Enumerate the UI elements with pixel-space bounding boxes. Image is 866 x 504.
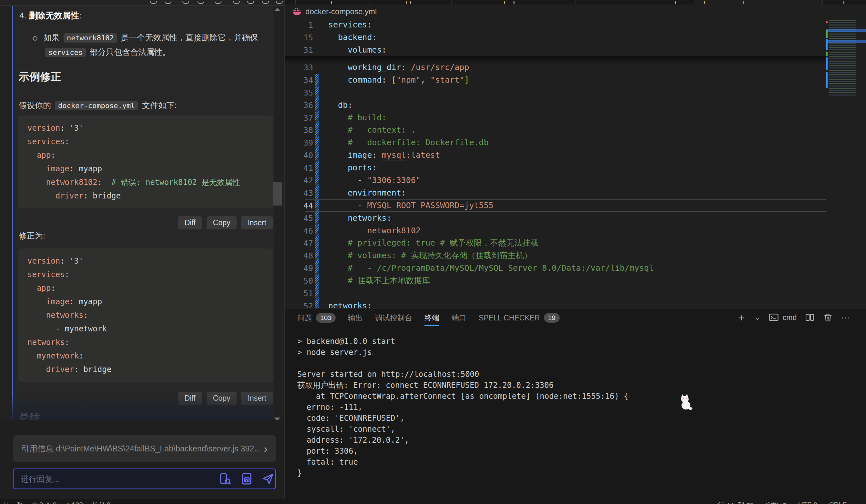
text-token: network8102	[64, 33, 117, 43]
editor-tab-stub[interactable]	[285, 0, 296, 4]
terminal-profile-icon[interactable]	[768, 312, 779, 323]
editor-tab-bar	[285, 0, 866, 4]
scroll-up-arrow-icon[interactable]	[274, 8, 280, 11]
chat-input-box[interactable]	[13, 469, 276, 489]
code-text: backend:	[328, 31, 377, 44]
chat-toolbar-icon-fragment[interactable]	[182, 1, 189, 4]
editor-line: 39 # dockerfile: Dockerfile.db	[285, 136, 826, 149]
editor-line: 37 # build:	[285, 112, 826, 124]
code-text: ports:	[328, 162, 377, 174]
status-item[interactable]: ⑂	[4, 501, 8, 504]
text-token: services	[45, 48, 86, 57]
editor-line: 46 - network8102	[285, 225, 826, 237]
text-token	[328, 251, 348, 260]
sticky-scroll[interactable]: 1services:15 backend:31 volumes:	[285, 19, 826, 56]
terminal-profile-label[interactable]: cmd	[783, 313, 797, 322]
chat-toolbar-icon-fragment[interactable]	[276, 1, 283, 4]
editor-tab-stub-active[interactable]	[694, 0, 823, 4]
reference-info-bar[interactable]: 引用信息 d:\PointMe\HW\BS\24fallBS_Lab\backe…	[13, 435, 276, 462]
code-action-copy-button[interactable]: Copy	[207, 216, 237, 229]
tab-count-badge: 19	[544, 313, 560, 323]
more-actions-icon[interactable]: ···	[841, 313, 850, 323]
panel-tab-label: SPELL CHECKER	[479, 314, 540, 322]
editor-tab-stub[interactable]	[295, 0, 370, 4]
chevron-right-icon[interactable]: ›	[264, 443, 268, 455]
chat-toolbar-icon-fragment[interactable]	[215, 1, 221, 4]
minimap[interactable]	[826, 19, 866, 97]
reference-text: 引用信息 d:\PointMe\HW\BS\24fallBS_Lab\backe…	[21, 443, 259, 454]
modified-gutter-indicator	[315, 44, 319, 56]
panel-tab-3[interactable]: 终端	[424, 310, 439, 326]
text-token: bridge	[93, 191, 121, 200]
status-item[interactable]: 空格: 2	[765, 501, 786, 504]
chat-reply-input[interactable]	[20, 471, 209, 486]
text-token: networks	[348, 213, 386, 223]
split-terminal-icon[interactable]	[805, 313, 815, 322]
kill-terminal-trash-icon[interactable]	[823, 313, 833, 322]
send-icon[interactable]	[262, 473, 274, 485]
panel-tab-5[interactable]: SPELL CHECKER19	[479, 310, 560, 326]
status-item[interactable]: ⊗ 0 ⚠ 0	[32, 501, 56, 504]
chat-scrollbar-thumb[interactable]	[273, 182, 282, 205]
editor-line: 40 image: mysql:latest	[285, 149, 826, 162]
status-bar-right: 行 44, 列 35空格: 2UTF-8CRLF	[718, 501, 847, 504]
status-item[interactable]: UTF-8	[798, 501, 818, 504]
status-item[interactable]: ↻	[17, 501, 23, 504]
status-item[interactable]: 行 44, 列 35	[718, 501, 754, 504]
code-action-insert-button[interactable]: Insert	[241, 216, 273, 229]
line-number: 52	[285, 301, 313, 308]
modified-gutter-indicator	[315, 87, 319, 99]
panel-tab-4[interactable]: 端口	[452, 310, 466, 326]
terminal-line: code: 'ECONNREFUSED',	[297, 413, 846, 424]
line-number: 42	[285, 176, 313, 185]
text-token	[27, 311, 46, 320]
chat-toolbar-icon-fragment[interactable]	[233, 1, 240, 4]
line-number: 1	[285, 20, 313, 30]
text-token: '3'	[69, 257, 83, 266]
cat-cursor-sprite	[678, 394, 693, 411]
status-item[interactable]: ⟨⟨·⟩⟩ 2	[92, 501, 110, 504]
editor-line: 47 # privileged: true # 赋予权限，不然无法挂载	[285, 237, 826, 249]
terminal-dropdown-chevron-icon[interactable]: ⌄	[755, 314, 760, 321]
text-token: :	[60, 257, 69, 266]
editor-line: 51	[285, 287, 826, 300]
breadcrumb[interactable]: docker-compose.yml	[285, 4, 866, 19]
text-token: version	[27, 257, 60, 266]
chat-toolbar-icon-fragment[interactable]	[150, 1, 157, 4]
panel-tab-1[interactable]: 输出	[348, 310, 363, 326]
attach-image-file-icon[interactable]	[241, 473, 253, 485]
panel-tab-2[interactable]: 调试控制台	[375, 310, 412, 326]
status-bar: ⑂↻⊗ 0 ⚠ 0◌ 103⟨⟨·⟩⟩ 2 行 44, 列 35空格: 2UTF…	[0, 499, 866, 504]
text-token: driver	[56, 191, 84, 200]
text-token: # build:	[348, 113, 386, 122]
text-token: myapp	[79, 164, 102, 173]
editor-tab-stub[interactable]	[576, 0, 695, 4]
attach-code-icon[interactable]	[219, 473, 231, 485]
text-token: services	[27, 137, 65, 146]
panel-tab-0[interactable]: 问题103	[297, 310, 336, 326]
text-token: :	[65, 137, 69, 146]
editor-line: 34 command: ["npm", "start"]	[285, 74, 826, 87]
chat-toolbar-icon-fragment[interactable]	[262, 1, 269, 4]
text-token: mysql	[382, 150, 406, 160]
editor-line: 41 ports:	[285, 162, 826, 174]
breadcrumb-filename: docker-compose.yml	[306, 7, 377, 16]
tab-label-fragment	[675, 1, 676, 4]
chat-toolbar-icon-fragment[interactable]	[247, 1, 254, 4]
code-action-diff-button[interactable]: Diff	[178, 216, 202, 229]
editor-line: 35	[285, 87, 826, 99]
tab-label-fragment	[331, 1, 332, 4]
chat-toolbar-icon-fragment[interactable]	[165, 1, 171, 4]
text-token: :	[51, 151, 55, 160]
chat-panel: 4. 删除无效属性: 如果 network8102 是一个无效属性，直接删除它，…	[0, 0, 284, 499]
line-number: 48	[285, 251, 313, 260]
new-terminal-button[interactable]: ＋	[736, 311, 746, 324]
modified-gutter-indicator	[315, 112, 319, 124]
chat-toolbar-icon-fragment[interactable]	[198, 1, 204, 4]
status-item[interactable]: ◌ 103	[66, 501, 83, 504]
text-token: # context: .	[348, 125, 416, 135]
modified-gutter-indicator	[315, 262, 319, 275]
status-item[interactable]: CRLF	[829, 501, 847, 504]
line-number: 50	[285, 276, 313, 285]
line-number: 44	[285, 201, 313, 210]
